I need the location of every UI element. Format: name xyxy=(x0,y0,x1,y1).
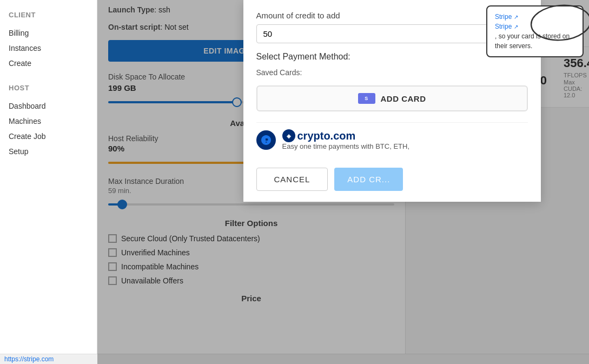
main-content: Launch Type: ssh On-start script: Not se… xyxy=(97,0,589,364)
add-card-label: ADD CARD xyxy=(381,94,426,103)
crypto-desc: Easy one time payments with BTC, ETH, xyxy=(282,142,410,150)
host-section-title: HOST xyxy=(9,84,88,92)
crypto-dot-icon: ◈ xyxy=(282,129,295,142)
crypto-emblem: ◈ xyxy=(284,131,293,140)
svg-text:◈: ◈ xyxy=(286,133,292,139)
stripe-icon-text: S xyxy=(365,96,368,101)
stripe-tooltip: Stripe ↗ Stripe ↗ , so your card is stor… xyxy=(486,5,584,57)
add-crypto-button[interactable]: ADD CR... xyxy=(334,168,403,191)
external-link-icon-2: ↗ xyxy=(514,23,518,31)
stripe-tooltip-text: Stripe ↗ Stripe ↗ , so your card is stor… xyxy=(495,12,575,51)
crypto-section: ◈ crypto.com Easy one time payments with… xyxy=(256,122,528,157)
status-url: https://stripe.com xyxy=(4,355,54,363)
crypto-logo-svg xyxy=(260,134,272,146)
saved-cards-label: Saved Cards: xyxy=(256,68,528,77)
stripe-icon: S xyxy=(358,93,375,104)
crypto-text: ◈ crypto.com Easy one time payments with… xyxy=(282,129,410,150)
sidebar-item-billing[interactable]: Billing xyxy=(9,25,88,41)
sidebar-item-instances[interactable]: Instances xyxy=(9,41,88,56)
add-card-button[interactable]: S ADD CARD xyxy=(256,85,528,111)
sidebar-item-create-client[interactable]: Create xyxy=(9,56,88,71)
stripe-link-1[interactable]: Stripe ↗ xyxy=(495,12,575,22)
external-link-icon-1: ↗ xyxy=(514,13,518,21)
sidebar-item-machines[interactable]: Machines xyxy=(9,114,88,129)
host-section: HOST Dashboard Machines Create Job Setup xyxy=(0,84,97,159)
sidebar-item-setup[interactable]: Setup xyxy=(9,144,88,159)
stripe-link-2[interactable]: Stripe ↗ xyxy=(495,22,575,31)
stripe-tooltip-suffix: , so your card is stored on their server… xyxy=(495,32,570,50)
sidebar-item-create-job[interactable]: Create Job xyxy=(9,129,88,144)
stripe-link-label-1: Stripe xyxy=(495,12,512,22)
sidebar-item-dashboard[interactable]: Dashboard xyxy=(9,98,88,114)
sidebar: CLIENT Billing Instances Create HOST Das… xyxy=(0,0,97,364)
stripe-link-label-2: Stripe xyxy=(495,22,512,31)
client-section: CLIENT Billing Instances Create xyxy=(0,11,97,71)
crypto-logo xyxy=(256,130,276,150)
client-section-title: CLIENT xyxy=(9,11,88,19)
modal-actions: CANCEL ADD CR... xyxy=(256,168,528,191)
cancel-button[interactable]: CANCEL xyxy=(256,168,328,191)
crypto-name: crypto.com xyxy=(297,130,356,142)
